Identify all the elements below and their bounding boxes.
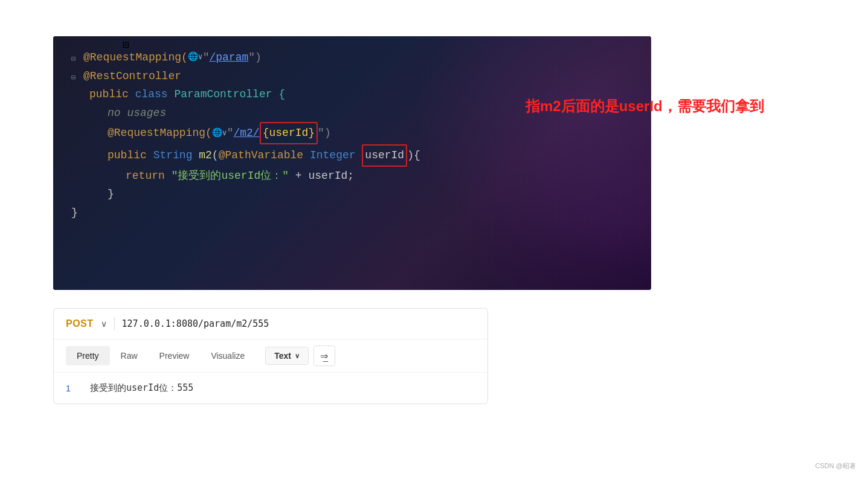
tab-raw[interactable]: Raw (110, 346, 149, 365)
fold-icon-line6: ⊟ (123, 36, 131, 45)
wrap-button[interactable]: ⇒̲ (313, 346, 335, 366)
quote-open-1: " (203, 48, 210, 67)
line-number: 1 (66, 384, 78, 393)
request-url: 127.0.0.1:8080/param/m2/555 (122, 318, 269, 329)
annotation-1: @RequestMapping( (83, 48, 188, 67)
code-line-2: ⊟ @RestController (71, 67, 633, 86)
code-line-9: } (71, 204, 633, 222)
code-line-1: ⊟ @RequestMapping( 🌐 ∨ " /param ") (71, 48, 633, 67)
tab-pretty[interactable]: Pretty (66, 346, 110, 365)
code-line-6: public String m2 ( @PathVariable Integer… (71, 144, 633, 167)
response-body: 1 接受到的userId位：555 (54, 373, 487, 403)
brace-close-1: } (108, 185, 114, 204)
method-dropdown[interactable]: ∨ (101, 319, 107, 329)
dropdown-arrow-1: ∨ (198, 51, 203, 64)
plus-operator: + (295, 167, 302, 185)
code-line-7: return "接受到的userId位：" + userId ; (71, 167, 633, 185)
keyword-public-2: public (108, 146, 147, 165)
semicolon: ; (347, 167, 354, 185)
wrap-icon: ⇒̲ (320, 350, 328, 362)
response-row: 1 接受到的userId位：555 (66, 382, 475, 394)
keyword-public-1: public (89, 85, 129, 104)
class-name: ParamController { (174, 85, 285, 104)
postman-panel: POST ∨ 127.0.0.1:8080/param/m2/555 Prett… (53, 308, 488, 404)
url-param: /param (209, 48, 248, 67)
url-bar: POST ∨ 127.0.0.1:8080/param/m2/555 (54, 309, 487, 339)
string-literal: "接受到的userId位：" (172, 167, 289, 185)
url-m2: /m2/ (233, 124, 259, 143)
type-string: String (153, 146, 193, 165)
quote-open-2: " (227, 124, 234, 143)
chevron-down-icon: ∨ (295, 352, 300, 360)
annotation-2: @RestController (83, 67, 181, 86)
tab-visualize[interactable]: Visualize (200, 346, 256, 365)
url-divider (114, 317, 115, 330)
param-name-highlight: userId (362, 144, 407, 167)
comment-no-usages: no usages (108, 104, 166, 123)
text-format-label: Text (274, 351, 291, 361)
param-type: Integer (310, 146, 356, 165)
keyword-class: class (135, 85, 168, 104)
paren-brace: ){ (407, 146, 420, 165)
method-name: m2 (199, 146, 212, 165)
path-variable-highlight: {userId} (260, 122, 318, 144)
dropdown-arrow-2: ∨ (222, 127, 227, 140)
text-format-dropdown[interactable]: Text ∨ (265, 347, 309, 365)
variable-userId: userId (308, 167, 347, 185)
response-tabs: Pretty Raw Preview Visualize Text ∨ ⇒̲ (54, 339, 487, 373)
quote-close-2: ") (318, 124, 331, 143)
fold-icon-2: ⊟ (71, 72, 80, 80)
fold-icon-1: ⊟ (71, 53, 80, 62)
http-method: POST (66, 318, 94, 329)
response-content: 接受到的userId位：555 (90, 382, 193, 394)
keyword-return: return (126, 167, 165, 185)
code-content: ⊟ @RequestMapping( 🌐 ∨ " /param ") ⊟ @Re… (53, 36, 651, 290)
csdn-watermark: CSDN @昭著 (815, 461, 856, 471)
paren-open: ( (212, 146, 219, 165)
code-line-8: } (71, 185, 633, 204)
globe-icon-2: 🌐 (212, 126, 222, 141)
code-screenshot: ⊟ @RequestMapping( 🌐 ∨ " /param ") ⊟ @Re… (53, 36, 651, 290)
quote-close-1: ") (248, 48, 262, 67)
code-line-5: @RequestMapping( 🌐 ∨ " /m2/ {userId} ") (71, 122, 633, 144)
tab-preview[interactable]: Preview (149, 346, 201, 365)
path-variable-annotation: @PathVariable (219, 146, 303, 165)
globe-icon-1: 🌐 (188, 50, 198, 65)
annotation-3: @RequestMapping( (108, 124, 212, 143)
brace-close-2: } (71, 204, 78, 222)
annotation-overlay: 指m2后面的是userId，需要我们拿到 (526, 97, 764, 116)
